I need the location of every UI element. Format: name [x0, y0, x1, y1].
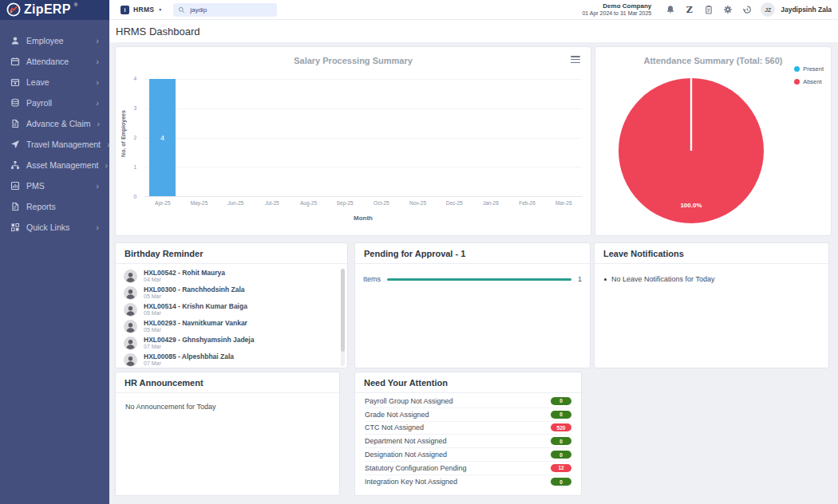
- attendance-summary-card: Attendance Summary (Total: 560) 100.0% P…: [595, 46, 832, 236]
- person-avatar-icon: [124, 303, 137, 317]
- search-icon: [178, 2, 185, 17]
- pending-approval-card: Pending for Approval - 1 Items 1: [354, 242, 591, 368]
- sidebar-item-attendance[interactable]: Attendance ›: [0, 51, 109, 72]
- sidebar-item-advance-claim[interactable]: Advance & Claim ›: [0, 113, 109, 134]
- sidebar-item-asset-management[interactable]: Asset Management ›: [0, 155, 109, 175]
- sidebar-item-travel-management[interactable]: Travel Management ›: [0, 134, 109, 155]
- caret-down-icon: ▼: [158, 7, 162, 12]
- clipboard-icon[interactable]: [703, 5, 713, 15]
- module-icon: i: [121, 6, 129, 14]
- sidebar-item-quick-links[interactable]: Quick Links ›: [0, 217, 109, 238]
- attention-list-item[interactable]: Grade Not Assigned 0: [365, 408, 571, 422]
- person-avatar-icon: [124, 286, 137, 300]
- pms-icon: [10, 181, 20, 191]
- attention-label: Grade Not Assigned: [365, 411, 429, 419]
- birthday-date: 05 Mar: [144, 327, 247, 333]
- attention-list-item[interactable]: Department Not Assigned 0: [365, 435, 571, 448]
- pending-bar[interactable]: [387, 278, 571, 281]
- company-name: Demo Company: [582, 2, 651, 10]
- birthday-date: 05 Mar: [144, 293, 245, 300]
- pending-category-label: Items: [363, 275, 381, 283]
- sidebar-item-label: Reports: [26, 202, 56, 211]
- x-axis-ticks: Apr-25May-25Jun-25Jul-25Aug-25Sep-25Oct-…: [144, 200, 582, 206]
- birthday-date: 07 Mar: [144, 360, 234, 367]
- y-tick-label: 1: [124, 164, 136, 170]
- sidebar-item-reports[interactable]: Reports: [0, 196, 109, 217]
- leave-icon: [10, 77, 20, 87]
- quick-links-icon: [10, 222, 20, 232]
- x-tick-label: Nov-25: [400, 200, 437, 206]
- sidebar-item-leave[interactable]: Leave ›: [0, 72, 109, 93]
- attention-list-item[interactable]: Payroll Group Not Assigned 0: [365, 395, 571, 408]
- user-name[interactable]: Jaydipsinh Zala: [781, 6, 832, 14]
- attention-list-item[interactable]: Designation Not Assigned 0: [365, 448, 571, 462]
- y-axis-ticks: 01234: [124, 76, 136, 199]
- list-scrollbar[interactable]: [341, 269, 345, 366]
- leave-empty-message: No Leave Notifications for Today: [611, 275, 714, 283]
- travel-icon: [10, 140, 20, 149]
- need-your-attention-card: Need Your Attention Payroll Group Not As…: [354, 372, 582, 496]
- user-avatar[interactable]: JZ: [761, 2, 775, 17]
- chart-menu-icon[interactable]: [571, 56, 580, 65]
- sidebar-item-payroll[interactable]: Payroll ›: [0, 93, 109, 113]
- chevron-right-icon: ›: [96, 78, 99, 87]
- chevron-right-icon: ›: [105, 161, 108, 170]
- announcement-empty-message: No Announcement for Today: [116, 393, 339, 411]
- person-avatar-icon: [124, 320, 137, 333]
- legend-item-present[interactable]: Present: [794, 65, 824, 73]
- attention-list-item[interactable]: CTC Not Assigned 520: [365, 422, 571, 435]
- page-title: HRMS Dashboard: [116, 26, 200, 37]
- birthday-list-item: HXL00085 - Alpeshbhai Zala 07 Mar: [124, 352, 336, 368]
- birthday-list-item: HXL00429 - Ghnshyamsinh Jadeja 07 Mar: [124, 335, 336, 352]
- attention-label: Designation Not Assigned: [365, 451, 447, 459]
- module-selector[interactable]: i HRMS ▼: [121, 6, 162, 14]
- bar-apr-25[interactable]: 4: [149, 79, 176, 196]
- zoho-z-icon[interactable]: Z: [684, 5, 694, 15]
- notifications-bell-icon[interactable]: [665, 5, 675, 15]
- birthday-list-item: HXL00293 - Navnitkumar Vankar 05 Mar: [124, 318, 336, 335]
- person-avatar-icon: [124, 337, 137, 350]
- hr-announcement-card: HR Announcement No Announcement for Toda…: [115, 372, 340, 496]
- payroll-icon: [10, 98, 20, 108]
- sidebar-item-employee[interactable]: Employee ›: [0, 30, 109, 51]
- financial-year-period: 01 Apr 2024 to 31 Mar 2025: [582, 10, 651, 18]
- sidebar-item-pms[interactable]: PMS ›: [0, 175, 109, 196]
- scrollbar-thumb[interactable]: [341, 269, 345, 352]
- hrms-app: ZipERP ® Employee › Attendance › Leave ›…: [0, 0, 838, 504]
- chevron-right-icon: ›: [107, 140, 110, 149]
- employee-name: HXL00300 - Ranchhodsinh Zala: [144, 285, 245, 293]
- attention-label: CTC Not Assigned: [365, 423, 424, 431]
- x-tick-label: Jul-25: [254, 200, 291, 206]
- birthday-list-item: HXL00300 - Ranchhodsinh Zala 05 Mar: [124, 285, 336, 301]
- legend-item-absent[interactable]: Absent: [794, 78, 824, 85]
- sidebar-nav: Employee › Attendance › Leave › Payroll …: [0, 20, 109, 238]
- page-header: HRMS Dashboard: [109, 20, 838, 42]
- card-title: Leave Notifications: [595, 243, 828, 264]
- sidebar-item-label: Quick Links: [26, 222, 69, 232]
- attention-list-item[interactable]: Integration Key Not Assigned 0: [365, 475, 571, 489]
- count-badge: 0: [551, 411, 571, 419]
- brand-logo[interactable]: ZipERP ®: [0, 0, 109, 20]
- registered-mark: ®: [74, 2, 77, 7]
- card-title: Pending for Approval - 1: [355, 243, 590, 264]
- x-axis-title: Month: [144, 215, 582, 222]
- legend-label: Present: [803, 65, 824, 73]
- birthday-list: HXL00542 - Rohit Maurya 04 Mar HXL00300 …: [116, 264, 347, 368]
- count-badge: 520: [551, 423, 571, 431]
- sidebar-item-label: Employee: [26, 36, 64, 45]
- attention-list-item[interactable]: Statutory Configuration Pending 12: [365, 462, 571, 475]
- y-tick-label: 2: [124, 135, 136, 140]
- employee-name: HXL00514 - Krishn Kumar Baiga: [144, 302, 247, 310]
- settings-gear-icon[interactable]: [722, 5, 733, 15]
- chart-title: Salary Processing Summary: [116, 56, 591, 65]
- card-title: HR Announcement: [116, 372, 339, 393]
- search-input[interactable]: [188, 6, 272, 14]
- sidebar-item-label: Advance & Claim: [26, 119, 91, 128]
- legend-label: Absent: [803, 78, 821, 85]
- attention-list: Payroll Group Not Assigned 0 Grade Not A…: [355, 393, 581, 489]
- bar-chart-plot-area: 4: [144, 79, 582, 196]
- history-icon[interactable]: [741, 5, 752, 15]
- attention-label: Payroll Group Not Assigned: [365, 397, 453, 405]
- global-search[interactable]: [173, 3, 277, 17]
- chart-title: Attendance Summary (Total: 560): [595, 56, 831, 65]
